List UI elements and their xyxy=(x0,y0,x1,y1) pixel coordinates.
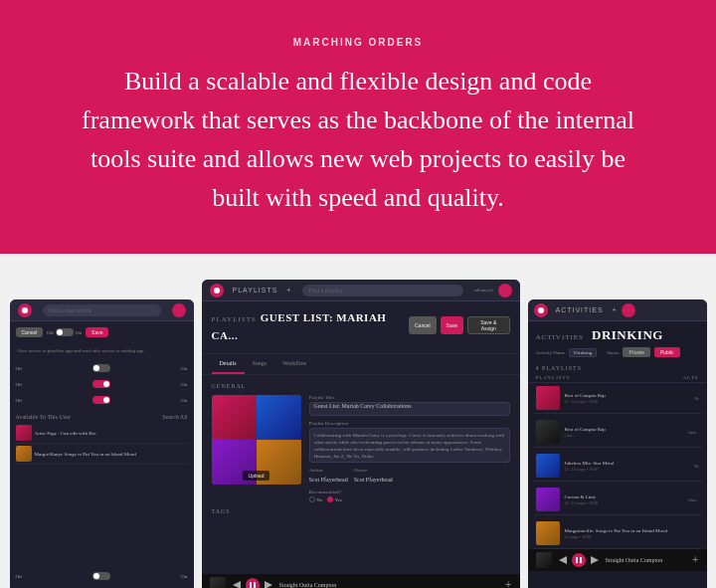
center-assign-button[interactable]: Save & Assign xyxy=(467,316,510,334)
list-item: Margaritaville: Songs to Put You in an I… xyxy=(534,518,701,549)
available-section: Available To This User Search All Artist… xyxy=(16,414,188,465)
svg-rect-9 xyxy=(580,557,582,563)
act-sub-2: Cant... xyxy=(565,433,683,438)
screenshots-section: Find a user or role Cancel Off On Save G… xyxy=(0,254,716,588)
btrow1-label: Off xyxy=(16,574,23,579)
toggle-on-label: On xyxy=(76,330,82,335)
player-controls xyxy=(232,578,273,588)
left-app-icon xyxy=(18,303,32,317)
svg-rect-3 xyxy=(250,582,252,588)
toggle-switch[interactable] xyxy=(56,328,74,336)
filter-value[interactable]: Drinking xyxy=(569,348,597,357)
center-user-avatar[interactable] xyxy=(498,284,512,297)
right-player-thumb xyxy=(536,552,552,568)
collage-cell-2 xyxy=(257,395,301,440)
player-add-button[interactable]: + xyxy=(505,578,512,589)
recommend-yes[interactable]: Yes xyxy=(327,496,342,502)
left-toggle-group: Off On xyxy=(47,328,82,336)
playlists-count-label: 4 Playlists xyxy=(536,365,583,371)
left-cancel-button[interactable]: Cancel xyxy=(16,327,44,337)
recommend-group: Recommended? No Yes xyxy=(309,490,510,502)
center-window-bar: PLAYLISTS + Find a playlist advanced xyxy=(202,280,520,301)
act-extra-1: Tu xyxy=(694,396,698,401)
svg-point-6 xyxy=(538,307,544,313)
playlist-title-input[interactable]: Guest List: Mariah Carey Collaborations xyxy=(309,402,510,416)
radio-yes-dot xyxy=(327,496,333,502)
marching-orders-label: MARCHING ORDERS xyxy=(293,37,424,48)
center-save-button[interactable]: Save xyxy=(441,316,463,334)
left-window-bar: Find a user or role xyxy=(10,299,194,321)
left-search-bar[interactable]: Find a user or role xyxy=(43,304,161,316)
svg-marker-2 xyxy=(233,581,241,588)
row1-on: On xyxy=(181,366,187,371)
center-btn-row: Cancel Save Save & Assign xyxy=(409,316,510,334)
prev-button[interactable] xyxy=(232,580,242,588)
right-app-icon xyxy=(534,303,548,317)
activities-header: ACTIVITIES DRINKING Activity Name Drinki… xyxy=(528,321,707,357)
playlists-alt-col: ALTS xyxy=(682,375,698,380)
status-private-button[interactable]: Private xyxy=(623,347,650,357)
act-thumb-4 xyxy=(536,488,560,511)
playlists-count: 4 Playlists xyxy=(528,361,707,373)
right-next-button[interactable] xyxy=(590,555,600,565)
toggle-row-1: Off On xyxy=(16,362,188,374)
filter-row: Activity Name Drinking Status Private Pu… xyxy=(536,347,699,357)
general-label: GENERAL xyxy=(212,383,510,389)
svg-marker-5 xyxy=(265,581,272,588)
right-prev-button[interactable] xyxy=(558,555,568,565)
center-header: PLAYLISTS GUEST LIST: MARIAH CA... Cance… xyxy=(202,301,520,354)
playlist-title-group: Playlist Title Guest List: Mariah Carey … xyxy=(309,395,510,416)
recommend-radio: No Yes xyxy=(309,496,510,502)
row2-label: Off xyxy=(16,382,23,387)
list-item: Margie/Kanye Songs to Put You in an Isla… xyxy=(16,444,188,465)
toggle-row-2: Off On xyxy=(16,378,188,390)
upload-button[interactable]: Upload xyxy=(243,471,270,481)
btrow1-on: On xyxy=(181,574,187,579)
tab-songs[interactable]: Songs xyxy=(245,354,275,374)
playlist-mini-name-1: Artist Page - Can edit with Bio xyxy=(35,431,188,436)
toggle-row2[interactable] xyxy=(92,380,110,388)
author-group: Author Scot Pfayerhead xyxy=(309,468,348,485)
act-extra-3: Tu xyxy=(694,464,698,469)
owner-value: Scot Pfayerhead xyxy=(354,475,393,485)
status-public-button[interactable]: Public xyxy=(654,347,680,357)
left-save-button[interactable]: Save xyxy=(86,327,108,337)
tab-workflow[interactable]: Workflow xyxy=(274,354,314,374)
left-content: Cancel Off On Save Give access to playli… xyxy=(10,321,194,588)
toggle-row3[interactable] xyxy=(92,396,110,404)
toggle-row-3: Off On xyxy=(16,394,188,406)
recommend-no[interactable]: No xyxy=(309,496,323,502)
right-player-add-button[interactable]: + xyxy=(692,553,699,568)
next-button[interactable] xyxy=(264,580,273,588)
advanced-label[interactable]: advanced xyxy=(474,288,493,293)
author-value: Scot Pfayerhead xyxy=(309,475,348,485)
center-two-col: Upload Playlist Title Guest List: Mariah… xyxy=(212,395,510,502)
description-label: Playlist Description xyxy=(309,421,510,426)
center-cancel-button[interactable]: Cancel xyxy=(409,316,437,334)
center-search-bar[interactable]: Find a playlist xyxy=(302,285,462,296)
author-label: Author xyxy=(309,468,348,473)
bottom-toggle-row-1: Off On xyxy=(16,570,188,582)
svg-rect-8 xyxy=(576,557,578,563)
left-description: Give access to playlists app and read on… xyxy=(16,343,188,358)
search-all-label[interactable]: Search All xyxy=(162,414,187,420)
left-user-avatar[interactable] xyxy=(172,303,186,317)
act-name-2: Best of Gangsta Rap xyxy=(565,427,683,432)
toggle-row1[interactable] xyxy=(92,364,110,372)
play-button[interactable] xyxy=(246,578,260,588)
act-info-1: Best of Gangsta Rap 22 / 14 songs • 19:0… xyxy=(565,393,690,404)
center-window: PLAYLISTS + Find a playlist advanced PLA… xyxy=(202,280,520,588)
left-bottom-controls: Off On xyxy=(16,570,188,582)
right-play-button[interactable] xyxy=(572,553,586,567)
owner-label: Owner xyxy=(354,468,393,473)
description-textarea[interactable]: Collaborating with Mariah Carey is a pri… xyxy=(309,428,510,463)
player-title: Straight Outta Compton xyxy=(279,582,499,588)
right-user-avatar[interactable] xyxy=(622,303,635,317)
list-item: Best of Gangsta Rap 22 / 14 songs • 19:0… xyxy=(534,383,701,414)
tab-details[interactable]: Details xyxy=(212,354,245,374)
btrow1-toggle[interactable] xyxy=(92,572,110,580)
center-player-bar: Straight Outta Compton + xyxy=(202,574,520,588)
center-header-row: PLAYLISTS GUEST LIST: MARIAH CA... Cance… xyxy=(212,307,510,343)
center-search-placeholder: Find a playlist xyxy=(308,288,342,294)
available-title: Available To This User Search All xyxy=(16,414,188,420)
